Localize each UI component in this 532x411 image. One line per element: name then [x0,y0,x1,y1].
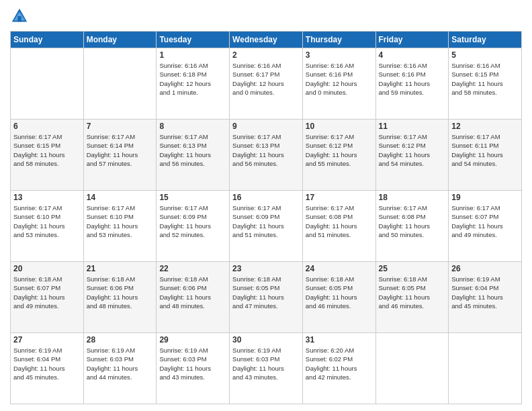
day-info: Sunrise: 6:18 AM Sunset: 6:05 PM Dayligh… [306,275,373,310]
day-cell: 8Sunrise: 6:17 AM Sunset: 6:13 PM Daylig… [157,120,230,191]
day-info: Sunrise: 6:19 AM Sunset: 6:04 PM Dayligh… [13,346,81,381]
day-number: 26 [451,264,519,273]
day-cell [449,333,522,404]
day-number: 1 [159,50,226,60]
day-cell: 7Sunrise: 6:17 AM Sunset: 6:14 PM Daylig… [83,120,157,191]
svg-rect-2 [17,16,21,21]
day-number: 11 [379,122,446,131]
day-cell: 30Sunrise: 6:19 AM Sunset: 6:03 PM Dayli… [230,333,303,404]
day-info: Sunrise: 6:17 AM Sunset: 6:13 PM Dayligh… [159,132,226,168]
day-header-friday: Friday [375,32,449,48]
day-cell: 28Sunrise: 6:19 AM Sunset: 6:03 PM Dayli… [83,333,157,404]
calendar-page: SundayMondayTuesdayWednesdayThursdayFrid… [0,0,532,411]
day-info: Sunrise: 6:17 AM Sunset: 6:10 PM Dayligh… [87,203,154,239]
day-cell [375,333,449,404]
day-cell: 6Sunrise: 6:17 AM Sunset: 6:15 PM Daylig… [11,120,84,191]
day-info: Sunrise: 6:17 AM Sunset: 6:12 PM Dayligh… [306,132,373,168]
day-number: 30 [232,335,300,345]
day-cell: 26Sunrise: 6:19 AM Sunset: 6:04 PM Dayli… [449,262,522,333]
week-row-5: 27Sunrise: 6:19 AM Sunset: 6:04 PM Dayli… [11,333,522,404]
day-info: Sunrise: 6:16 AM Sunset: 6:15 PM Dayligh… [451,61,519,97]
day-cell: 31Sunrise: 6:20 AM Sunset: 6:02 PM Dayli… [302,333,375,404]
day-number: 13 [13,193,81,202]
day-info: Sunrise: 6:18 AM Sunset: 6:06 PM Dayligh… [159,275,226,310]
day-info: Sunrise: 6:19 AM Sunset: 6:03 PM Dayligh… [159,346,226,381]
logo [10,7,32,26]
calendar-table: SundayMondayTuesdayWednesdayThursdayFrid… [10,31,522,404]
day-info: Sunrise: 6:18 AM Sunset: 6:06 PM Dayligh… [87,275,154,310]
day-info: Sunrise: 6:18 AM Sunset: 6:05 PM Dayligh… [232,275,300,310]
day-cell: 25Sunrise: 6:18 AM Sunset: 6:05 PM Dayli… [375,262,449,333]
day-info: Sunrise: 6:17 AM Sunset: 6:10 PM Dayligh… [13,203,81,239]
day-number: 17 [306,193,373,202]
week-row-2: 6Sunrise: 6:17 AM Sunset: 6:15 PM Daylig… [11,120,522,191]
week-row-4: 20Sunrise: 6:18 AM Sunset: 6:07 PM Dayli… [11,262,522,333]
day-info: Sunrise: 6:19 AM Sunset: 6:03 PM Dayligh… [232,346,300,381]
day-cell [83,48,157,120]
day-cell: 24Sunrise: 6:18 AM Sunset: 6:05 PM Dayli… [302,262,375,333]
day-info: Sunrise: 6:17 AM Sunset: 6:09 PM Dayligh… [232,203,300,239]
day-number: 3 [306,50,373,60]
day-cell: 27Sunrise: 6:19 AM Sunset: 6:04 PM Dayli… [11,333,84,404]
day-cell: 15Sunrise: 6:17 AM Sunset: 6:09 PM Dayli… [157,191,230,262]
day-number: 5 [451,50,519,60]
day-cell [11,48,84,120]
day-cell: 2Sunrise: 6:16 AM Sunset: 6:17 PM Daylig… [230,48,303,120]
day-cell: 13Sunrise: 6:17 AM Sunset: 6:10 PM Dayli… [11,191,84,262]
day-cell: 21Sunrise: 6:18 AM Sunset: 6:06 PM Dayli… [83,262,157,333]
day-info: Sunrise: 6:17 AM Sunset: 6:13 PM Dayligh… [232,132,300,168]
day-info: Sunrise: 6:17 AM Sunset: 6:11 PM Dayligh… [451,132,519,168]
day-info: Sunrise: 6:18 AM Sunset: 6:05 PM Dayligh… [379,275,446,310]
day-number: 18 [379,193,446,202]
day-cell: 19Sunrise: 6:17 AM Sunset: 6:07 PM Dayli… [449,191,522,262]
day-cell: 3Sunrise: 6:16 AM Sunset: 6:16 PM Daylig… [302,48,375,120]
day-cell: 18Sunrise: 6:17 AM Sunset: 6:08 PM Dayli… [375,191,449,262]
day-number: 15 [159,193,226,202]
day-cell: 12Sunrise: 6:17 AM Sunset: 6:11 PM Dayli… [449,120,522,191]
header [10,7,522,26]
week-row-1: 1Sunrise: 6:16 AM Sunset: 6:18 PM Daylig… [11,48,522,120]
day-info: Sunrise: 6:17 AM Sunset: 6:08 PM Dayligh… [306,203,373,239]
day-number: 21 [87,264,154,273]
day-number: 9 [232,122,300,131]
day-cell: 20Sunrise: 6:18 AM Sunset: 6:07 PM Dayli… [11,262,84,333]
logo-icon [10,7,29,26]
day-cell: 9Sunrise: 6:17 AM Sunset: 6:13 PM Daylig… [230,120,303,191]
day-cell: 5Sunrise: 6:16 AM Sunset: 6:15 PM Daylig… [449,48,522,120]
day-header-tuesday: Tuesday [157,32,230,48]
week-row-3: 13Sunrise: 6:17 AM Sunset: 6:10 PM Dayli… [11,191,522,262]
day-number: 20 [13,264,81,273]
day-info: Sunrise: 6:17 AM Sunset: 6:09 PM Dayligh… [159,203,226,239]
day-info: Sunrise: 6:19 AM Sunset: 6:03 PM Dayligh… [87,346,154,381]
day-cell: 10Sunrise: 6:17 AM Sunset: 6:12 PM Dayli… [302,120,375,191]
day-number: 10 [306,122,373,131]
day-info: Sunrise: 6:17 AM Sunset: 6:12 PM Dayligh… [379,132,446,168]
day-number: 7 [87,122,154,131]
day-info: Sunrise: 6:16 AM Sunset: 6:16 PM Dayligh… [379,61,446,97]
day-cell: 1Sunrise: 6:16 AM Sunset: 6:18 PM Daylig… [157,48,230,120]
day-cell: 16Sunrise: 6:17 AM Sunset: 6:09 PM Dayli… [230,191,303,262]
day-number: 31 [306,335,373,345]
day-info: Sunrise: 6:17 AM Sunset: 6:08 PM Dayligh… [379,203,446,239]
day-info: Sunrise: 6:16 AM Sunset: 6:18 PM Dayligh… [159,61,226,97]
day-number: 22 [159,264,226,273]
day-cell: 17Sunrise: 6:17 AM Sunset: 6:08 PM Dayli… [302,191,375,262]
day-number: 25 [379,264,446,273]
day-header-wednesday: Wednesday [230,32,303,48]
day-number: 16 [232,193,300,202]
day-number: 23 [232,264,300,273]
day-cell: 29Sunrise: 6:19 AM Sunset: 6:03 PM Dayli… [157,333,230,404]
day-info: Sunrise: 6:17 AM Sunset: 6:07 PM Dayligh… [451,203,519,239]
day-number: 29 [159,335,226,345]
day-number: 27 [13,335,81,345]
day-cell: 4Sunrise: 6:16 AM Sunset: 6:16 PM Daylig… [375,48,449,120]
day-cell: 14Sunrise: 6:17 AM Sunset: 6:10 PM Dayli… [83,191,157,262]
day-header-sunday: Sunday [11,32,84,48]
day-info: Sunrise: 6:19 AM Sunset: 6:04 PM Dayligh… [451,275,519,310]
day-info: Sunrise: 6:16 AM Sunset: 6:17 PM Dayligh… [232,61,300,97]
day-number: 28 [87,335,154,345]
day-info: Sunrise: 6:17 AM Sunset: 6:15 PM Dayligh… [13,132,81,168]
day-info: Sunrise: 6:20 AM Sunset: 6:02 PM Dayligh… [306,346,373,381]
day-number: 8 [159,122,226,131]
day-info: Sunrise: 6:16 AM Sunset: 6:16 PM Dayligh… [306,61,373,97]
